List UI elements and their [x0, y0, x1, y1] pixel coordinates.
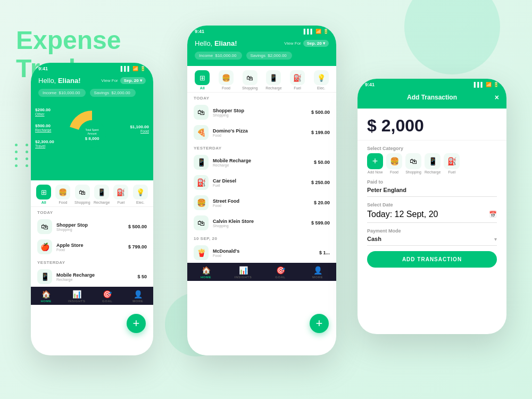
cat-tab-food-left[interactable]: 🍔 Food	[54, 185, 71, 204]
phone-header-center: Hello, Eliana! View For Sep. 20 ▾ Income…	[187, 36, 336, 66]
paid-to-label: Paid to	[367, 179, 497, 185]
svg-text:$ 8,000: $ 8,000	[85, 136, 99, 141]
status-bar-center: 9:41 ▌▌▌ 📶 🔋	[187, 26, 336, 36]
cat-tab-all-left[interactable]: ⊞ All	[35, 185, 52, 204]
greeting-center: Hello, Eliana!	[195, 39, 237, 47]
status-time-left: 9:41	[38, 66, 48, 71]
cat-tab-shopping-center[interactable]: 🛍 Shopping	[239, 70, 261, 90]
income-badge-center: Income $10,000.00	[195, 52, 242, 60]
tx-street-food-center: 🍔 Street Food Food $ 20.00	[187, 193, 336, 213]
tx-apple-store-left: 🍎 Apple Store Food $ 799.00	[31, 237, 153, 257]
payment-mode-select[interactable]: Cash ▾	[367, 236, 497, 246]
nav-goal-center[interactable]: 🎯 GOAL	[262, 266, 299, 279]
payment-mode-value: Cash	[367, 236, 381, 242]
cat-tab-food-center[interactable]: 🍔 Food	[215, 70, 237, 90]
status-bar-right: 9:41 ▌▌▌ 📶 🔋	[358, 79, 506, 89]
add-transaction-title: Add Transaction	[407, 94, 457, 101]
donut-chart-left: Total Spent Amount $ 8,000	[65, 107, 119, 161]
select-category-label: Select Category	[367, 146, 497, 151]
tx-dominos-center: 🍕 Domino's Pizza Food $ 199.00	[187, 122, 336, 143]
nav-insights-left[interactable]: 📊 INSIGHTS	[62, 290, 93, 303]
select-date-label: Select Date	[367, 202, 497, 207]
nav-more-center[interactable]: 👤 MORE	[299, 266, 336, 279]
tx-car-diesel-center: ⛽ Car Diesel Fuel $ 250.00	[187, 172, 336, 193]
income-badge-left: Income $10,000.00	[38, 89, 86, 97]
today-label-center: TODAY	[187, 93, 336, 102]
cat-fuel-right[interactable]: ⛽ Fuel	[444, 153, 460, 174]
status-bar-left: 9:41 ▌▌▌ 📶 🔋	[31, 63, 153, 73]
fab-center[interactable]: +	[310, 314, 329, 333]
svg-text:Amount: Amount	[87, 132, 97, 135]
view-for-label-left: View For	[101, 78, 118, 83]
greeting-left: Hello, Eliana!	[38, 77, 81, 85]
cat-tab-elec-left[interactable]: 💡 Elec.	[132, 185, 149, 204]
category-tabs-left: ⊞ All 🍔 Food 🛍 Shopping 📱 Recharge ⛽ Fue…	[31, 180, 153, 207]
cat-tab-all-center[interactable]: ⊞ All	[192, 70, 213, 90]
yesterday-label-left: YESTERDAY	[31, 257, 153, 267]
status-icons-left: ▌▌▌ 📶 🔋	[121, 66, 146, 71]
phone-left: 9:41 ▌▌▌ 📶 🔋 Hello, Eliana! View For Sep…	[31, 63, 153, 355]
today-label-left: TODAY	[31, 207, 153, 217]
cat-tab-fuel-left[interactable]: ⛽ Fuel	[112, 185, 129, 204]
transaction-list-left: TODAY 🛍 Shopper Stop Shopping $ 500.00 🍎…	[31, 207, 153, 287]
cat-tab-elec-center[interactable]: 💡 Elec.	[310, 70, 332, 90]
add-tx-amount-section: $ 2,000	[358, 109, 506, 140]
add-transaction-header: Add Transaction ×	[358, 89, 506, 109]
nav-insights-center[interactable]: 📊 INSIGHTS	[225, 266, 262, 279]
add-tx-body: Select Category + Add Now 🍔 Food 🛍 Shopp…	[358, 140, 506, 273]
cat-recharge-right[interactable]: 📱 Recharge	[425, 153, 440, 174]
nav-more-left[interactable]: 👤 MORE	[123, 290, 154, 303]
tx-shopper-stop-left: 🛍 Shopper Stop Shopping $ 500.00	[31, 217, 153, 237]
tx-mobile-recharge-center: 📱 Mobile Recharge Recharge $ 50.00	[187, 152, 336, 172]
add-transaction-button[interactable]: ADD TRANSACTION	[367, 251, 497, 268]
calendar-icon: 📅	[489, 211, 497, 218]
close-icon[interactable]: ×	[495, 93, 499, 102]
cat-tab-recharge-left[interactable]: 📱 Recharge	[93, 185, 110, 204]
bottom-nav-center: 🏠 HOME 📊 INSIGHTS 🎯 GOAL 👤 MORE	[187, 263, 336, 281]
svg-text:Total Spent: Total Spent	[85, 128, 99, 131]
tx-calvin-klein-center: 🛍 Calvin Klein Store Shopping $ 599.00	[187, 213, 336, 233]
date-field[interactable]: Today: 12 Sept, 20 📅	[367, 210, 497, 223]
cat-add-now[interactable]: + Add Now	[367, 153, 383, 174]
category-tabs-center: ⊞ All 🍔 Food 🛍 Shopping 📱 Recharge ⛽ Fue…	[187, 66, 336, 93]
bottom-nav-left: 🏠 HOME 📊 INSIGHTS 🎯 GOAL 👤 MORE	[31, 287, 153, 305]
chevron-down-icon: ▾	[494, 236, 497, 242]
date-badge-left[interactable]: Sep. 20 ▾	[120, 77, 146, 84]
date-section-label-center: 10 SEP, 20	[187, 233, 336, 243]
category-select-row: + Add Now 🍔 Food 🛍 Shopping 📱 Recharge ⛽…	[367, 153, 497, 174]
status-time-center: 9:41	[195, 29, 204, 34]
cat-tab-fuel-center[interactable]: ⛽ Fuel	[287, 70, 309, 90]
cat-tab-shopping-left[interactable]: 🛍 Shopping	[74, 185, 91, 204]
nav-home-center[interactable]: 🏠 HOME	[187, 266, 225, 279]
payment-mode-label: Payment Mode	[367, 228, 497, 234]
savings-badge-center: Savings $2,000.00	[246, 52, 292, 60]
phone-center: 9:41 ▌▌▌ 📶 🔋 Hello, Eliana! View For Sep…	[187, 26, 336, 355]
transaction-list-center: TODAY 🛍 Shopper Stop Shopping $ 500.00 🍕…	[187, 93, 336, 263]
tx-mobile-recharge-left: 📱 Mobile Recharge Recharge $ 50	[31, 267, 153, 287]
bg-circle-1	[404, 0, 500, 74]
select-date-value: Today: 12 Sept, 20	[367, 210, 438, 219]
tx-mcdonalds-center: 🍟 McDonald's Food $ 1...	[187, 243, 336, 263]
phone-right: 9:41 ▌▌▌ 📶 🔋 Add Transaction × $ 2,000 S…	[358, 79, 506, 334]
paid-to-value[interactable]: Peter England	[367, 187, 497, 197]
tx-shopper-stop-center: 🛍 Shopper Stop Shopping $ 500.00	[187, 102, 336, 122]
nav-home-left[interactable]: 🏠 HOME	[31, 290, 62, 303]
cat-food-right[interactable]: 🍔 Food	[386, 153, 402, 174]
phone-header-left: Hello, Eliana! View For Sep. 20 ▾ Income…	[31, 73, 153, 103]
cat-tab-recharge-center[interactable]: 📱 Recharge	[263, 70, 285, 90]
add-tx-amount: $ 2,000	[367, 116, 497, 136]
savings-badge-left: Savings $2,000.00	[90, 89, 136, 97]
cat-shopping-right[interactable]: 🛍 Shopping	[405, 153, 421, 174]
yesterday-label-center: YESTERDAY	[187, 143, 336, 152]
status-time-right: 9:41	[365, 82, 375, 87]
fab-left[interactable]: +	[127, 314, 146, 333]
donut-area-left: $200.00 Other $500.00 Recharge $2,300.00…	[31, 103, 153, 180]
nav-goal-left[interactable]: 🎯 GOAL	[92, 290, 123, 303]
